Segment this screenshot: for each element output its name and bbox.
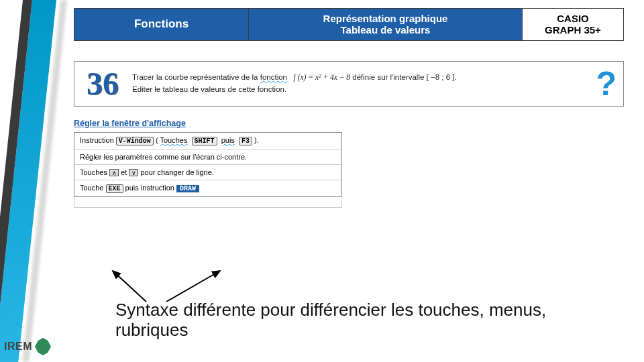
r1-a: Instruction <box>80 136 116 144</box>
instr-row-3: Touches ∧ et ∨ pour changer de ligne. <box>74 164 341 180</box>
r3-a: Touches <box>80 168 109 176</box>
irem-text: IREM <box>4 341 32 353</box>
ptxt-formula: f (x) = x² + 4x − 8 <box>294 73 351 81</box>
r1-puis: puis <box>221 136 235 144</box>
header-col-casio: CASIO GRAPH 35+ <box>523 9 623 40</box>
section-title: Régler la fenêtre d'affichage <box>74 119 624 128</box>
r4-b: puis instruction <box>125 184 176 192</box>
annotation-caption: Syntaxe différente pour différencier les… <box>115 300 572 341</box>
problem-number: 36 <box>81 65 124 102</box>
key-exe: EXE <box>106 184 123 193</box>
r3-et: et <box>121 168 129 176</box>
key-down-icon: ∨ <box>129 169 138 176</box>
question-mark-icon: ? <box>596 64 616 103</box>
ptxt-c: définie sur l'intervalle <box>352 73 426 81</box>
ptxt-interval: [ −8 ; 6 ] <box>427 73 455 81</box>
key-f3: F3 <box>239 137 252 145</box>
doc-header: Fonctions Représentation graphique Table… <box>74 8 624 41</box>
ptxt-fonction: fonction <box>260 73 287 81</box>
r3-b: pour changer de ligne. <box>140 168 213 176</box>
r4-a: Touche <box>80 184 106 192</box>
irem-logo: IREM <box>4 338 51 355</box>
problem-box: 36 Tracer la courbe représentative de la… <box>74 61 624 107</box>
instr-row-2: Régler les paramètres comme sur l'écran … <box>74 149 341 164</box>
instruction-table: Instruction V-Window ( Touches SHIFT pui… <box>74 132 342 197</box>
instr-row-1: Instruction V-Window ( Touches SHIFT pui… <box>74 133 341 149</box>
header-col2-l2: Tableau de valeurs <box>341 24 431 36</box>
r1-c: ). <box>254 136 259 144</box>
header-col2-l1: Représentation graphique <box>323 13 448 24</box>
irem-map-icon <box>35 338 51 355</box>
problem-text: Tracer la courbe représentative de la fo… <box>132 72 588 96</box>
key-vwindow: V-Window <box>116 137 154 145</box>
header-col-representation: Représentation graphique Tableau de vale… <box>249 9 523 40</box>
document-screenshot: Fonctions Représentation graphique Table… <box>74 8 624 276</box>
header-col3-l2: GRAPH 35+ <box>545 24 601 36</box>
header-col-fonctions: Fonctions <box>74 9 249 40</box>
ptxt-line2: Editer le tableau de valeurs de cette fo… <box>132 85 286 93</box>
key-up-icon: ∧ <box>109 169 119 176</box>
ptxt-a: Tracer la courbe représentative de la <box>132 73 260 81</box>
key-draw: DRAW <box>176 185 199 192</box>
instr-row-4: Touche EXE puis instruction DRAW <box>74 180 341 196</box>
arrow-left-icon <box>113 271 146 302</box>
r1-touches: Touches <box>160 136 187 144</box>
slide-root: Fonctions Représentation graphique Table… <box>0 0 644 362</box>
instr-empty-row <box>74 198 342 208</box>
header-col3-l1: CASIO <box>557 13 589 24</box>
key-shift: SHIFT <box>192 137 217 145</box>
arrow-right-icon <box>166 271 220 302</box>
